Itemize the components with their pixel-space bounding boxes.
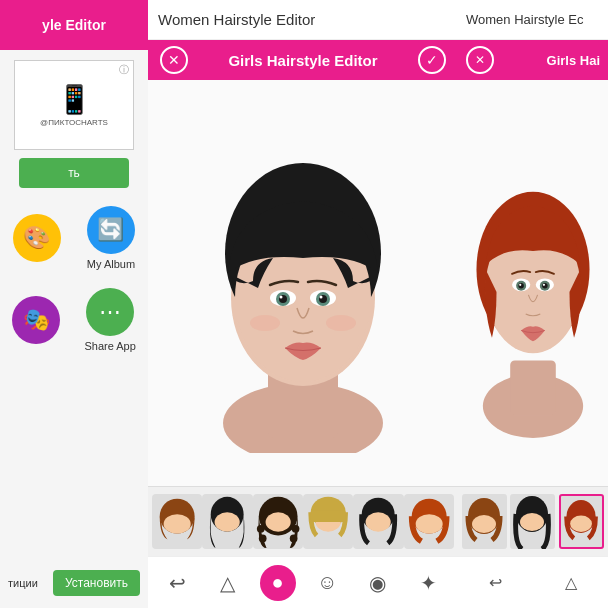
right-undo-button[interactable]: ↩ bbox=[480, 567, 512, 599]
mid-app-header: Women Hairstyle Editor bbox=[148, 0, 458, 40]
icon-item-purple: 🎭 bbox=[12, 296, 60, 344]
mid-check-button[interactable]: ✓ bbox=[418, 46, 446, 74]
mid-close-button[interactable]: ✕ bbox=[160, 46, 188, 74]
svg-point-12 bbox=[320, 296, 323, 299]
svg-point-39 bbox=[519, 284, 521, 286]
ad-action-button[interactable]: ть bbox=[19, 158, 129, 188]
svg-point-31 bbox=[415, 514, 442, 533]
left-header: yle Editor bbox=[0, 0, 148, 50]
mid-face-area bbox=[148, 80, 458, 486]
svg-point-47 bbox=[520, 513, 544, 531]
icon-item-share: ⋯ Share App bbox=[84, 288, 135, 352]
svg-point-42 bbox=[542, 283, 547, 288]
bottom-bar: тиции Установить bbox=[0, 558, 148, 608]
right-app-title: Women Hairstyle Ec bbox=[466, 12, 584, 27]
mid-panel: Women Hairstyle Editor ✕ Girls Hairstyle… bbox=[148, 0, 458, 608]
album-label: My Album bbox=[87, 258, 135, 270]
undo-button[interactable]: ↩ bbox=[158, 564, 196, 602]
left-header-text: yle Editor bbox=[42, 17, 106, 33]
right-face-area bbox=[458, 80, 608, 486]
face-illustration bbox=[173, 113, 433, 453]
right-hairstyles-row bbox=[458, 486, 608, 556]
sparkle-button[interactable]: ✦ bbox=[410, 564, 448, 602]
share-label: Share App bbox=[84, 340, 135, 352]
ad-text: @ПИКТОCHARTS bbox=[40, 118, 108, 127]
svg-point-49 bbox=[570, 516, 592, 532]
svg-point-14 bbox=[326, 315, 356, 331]
install-button[interactable]: Установить bbox=[53, 570, 140, 596]
mid-sub-header: ✕ Girls Hairstyle Editor ✓ bbox=[148, 40, 458, 80]
right-hair-thumb-1[interactable] bbox=[462, 494, 507, 549]
svg-point-38 bbox=[518, 283, 523, 288]
right-sub-header: ✕ Girls Hai bbox=[458, 40, 608, 80]
icons-row-2: 🎭 ⋯ Share App bbox=[0, 288, 148, 352]
ad-box: ⓘ 📱 @ПИКТОCHARTS bbox=[14, 60, 134, 150]
mid-app-title: Women Hairstyle Editor bbox=[158, 11, 315, 28]
svg-point-21 bbox=[257, 525, 265, 533]
share-icon[interactable]: ⋯ bbox=[86, 288, 134, 336]
face-container bbox=[173, 113, 433, 453]
icon-item-yellow: 🎨 bbox=[13, 214, 61, 262]
right-hair-thumb-3[interactable] bbox=[559, 494, 604, 549]
right-adjust-button[interactable]: △ bbox=[555, 567, 587, 599]
mid-sub-title: Girls Hairstyle Editor bbox=[228, 52, 377, 69]
right-app-header: Women Hairstyle Ec bbox=[458, 0, 608, 40]
svg-point-45 bbox=[472, 515, 496, 533]
svg-point-16 bbox=[164, 514, 191, 533]
svg-point-24 bbox=[289, 535, 297, 543]
svg-point-29 bbox=[366, 512, 391, 531]
svg-point-13 bbox=[250, 315, 280, 331]
install-text: тиции bbox=[8, 577, 38, 589]
hair-thumb-5[interactable] bbox=[353, 494, 403, 549]
ad-close-icon[interactable]: ⓘ bbox=[119, 63, 129, 77]
purple-circle-icon[interactable]: 🎭 bbox=[12, 296, 60, 344]
yellow-circle-icon[interactable]: 🎨 bbox=[13, 214, 61, 262]
right-sub-title: Girls Hai bbox=[547, 53, 600, 68]
right-hair-thumb-2[interactable] bbox=[510, 494, 555, 549]
icon-item-album: 🔄 My Album bbox=[87, 206, 135, 270]
svg-point-43 bbox=[543, 284, 545, 286]
svg-point-20 bbox=[265, 512, 290, 531]
right-close-button[interactable]: ✕ bbox=[466, 46, 494, 74]
hair-thumb-6[interactable] bbox=[404, 494, 454, 549]
right-panel: Women Hairstyle Ec ✕ Girls Hai bbox=[458, 0, 608, 608]
svg-point-8 bbox=[280, 296, 283, 299]
glasses-button[interactable]: ◉ bbox=[359, 564, 397, 602]
svg-point-22 bbox=[291, 525, 299, 533]
album-icon[interactable]: 🔄 bbox=[87, 206, 135, 254]
left-panel: yle Editor ⓘ 📱 @ПИКТОCHARTS ть 🎨 🔄 My Al… bbox=[0, 0, 148, 608]
hair-thumb-4[interactable] bbox=[303, 494, 353, 549]
toolbar-row: ↩ △ ● ☺ ◉ ✦ bbox=[148, 556, 458, 608]
hair-thumb-3[interactable] bbox=[253, 494, 303, 549]
hair-color-button[interactable]: ● bbox=[260, 565, 296, 601]
icons-row-1: 🎨 🔄 My Album bbox=[0, 206, 148, 270]
hairstyles-row bbox=[148, 486, 458, 556]
right-toolbar-row: ↩ △ bbox=[458, 556, 608, 608]
face-button[interactable]: ☺ bbox=[308, 564, 346, 602]
svg-point-23 bbox=[258, 535, 266, 543]
hair-thumb-1[interactable] bbox=[152, 494, 202, 549]
adjust-button[interactable]: △ bbox=[209, 564, 247, 602]
svg-rect-33 bbox=[510, 361, 556, 416]
right-face-illustration bbox=[458, 128, 608, 438]
ad-phone-icon: 📱 bbox=[57, 83, 92, 116]
svg-point-18 bbox=[215, 512, 240, 531]
svg-rect-27 bbox=[311, 510, 346, 522]
hair-thumb-2[interactable] bbox=[202, 494, 252, 549]
